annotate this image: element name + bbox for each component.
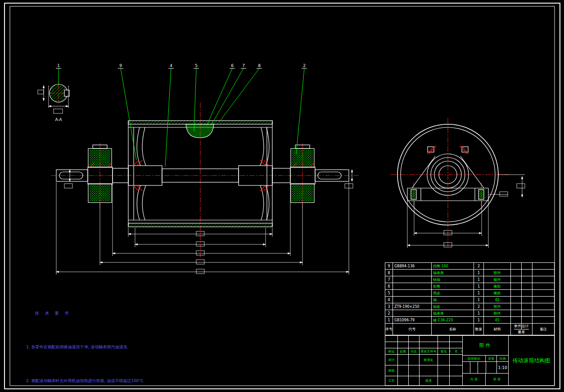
assembly-type: 部件 — [463, 336, 508, 356]
cell-material: 橡胶 — [484, 290, 511, 296]
scale-value: 1:10 — [497, 362, 508, 373]
cell-code — [393, 297, 432, 303]
header-code: 代号 — [393, 324, 432, 335]
cell-remark — [532, 270, 554, 276]
label-review: 审核 — [385, 365, 398, 376]
balloon-number: 5 — [195, 63, 198, 68]
cell-qty: 1 — [474, 290, 484, 296]
dimension-lines — [38, 86, 525, 275]
table-row: 7 销轴 1 锻件 — [385, 276, 554, 283]
cell-name: 销轴 — [432, 276, 474, 283]
cell-material: 45 — [484, 297, 511, 303]
cell-remark — [532, 317, 554, 323]
cell-weight-total — [522, 297, 532, 303]
notes-title: 技 术 要 求 — [35, 308, 233, 319]
cell-code — [393, 276, 432, 283]
cell-weight-total — [522, 270, 532, 276]
cell-weight-unit — [511, 297, 522, 303]
cell-code: GB894-136 — [393, 263, 432, 269]
cell-name: 轴承座 — [432, 310, 474, 316]
cell-material — [484, 263, 511, 269]
header-weight-total: 总计 — [522, 324, 529, 329]
cell-qty: 1 — [474, 310, 484, 316]
section-label: A-A — [55, 117, 62, 122]
role-row: 设计 标准化 — [385, 355, 462, 365]
revision-blank-row — [385, 336, 462, 342]
cell-remark — [532, 290, 554, 296]
bolt-slot-left — [411, 189, 416, 199]
table-row: 4 轴 1 45 — [385, 297, 554, 303]
sheet-total: 共 张 — [463, 374, 486, 385]
role-row: 工艺 批准 — [385, 376, 462, 385]
revision-blank-row — [385, 342, 462, 348]
header-name: 名称 — [432, 324, 474, 335]
cell-name: 挡圈 160 — [432, 263, 474, 269]
header-weight-group: 单件 总计 重量 — [511, 324, 532, 335]
technical-notes: 技 术 要 求 1. 各零件在装配前用煤油清洗干净, 滚动轴承用汽油清洗. 2.… — [26, 285, 233, 392]
cell-name: 轴 — [432, 297, 474, 303]
dimension-value-boxes — [38, 90, 525, 274]
cell-weight-total — [522, 283, 532, 289]
cell-weight-unit — [511, 310, 522, 316]
cell-name: 胶圈 — [432, 283, 474, 289]
cell-no: 7 — [385, 276, 393, 283]
cell-no: 3 — [385, 303, 393, 310]
cell-qty: 1 — [474, 283, 484, 289]
cell-remark — [532, 283, 554, 289]
cell-code — [393, 290, 432, 296]
table-row: 9 GB894-136 挡圈 160 2 — [385, 263, 554, 270]
cell-weight-unit — [511, 276, 522, 283]
header-remark: 备注 — [532, 324, 554, 335]
cell-remark — [532, 276, 554, 283]
balloon-number: 6 — [231, 63, 234, 68]
note-line: 1. 各零件在装配前用煤油清洗干净, 滚动轴承用汽油清洗. — [26, 342, 233, 353]
cell-remark — [532, 297, 554, 303]
cell-weight-unit — [511, 303, 522, 310]
label-stage: 阶段标记 — [463, 356, 486, 361]
cell-weight-total — [522, 317, 532, 323]
cell-code — [393, 270, 432, 276]
cell-remark — [532, 303, 554, 310]
role-row: 审核 — [385, 365, 462, 376]
balloon-number: 9 — [119, 63, 122, 68]
header-weight: 重量 — [518, 329, 525, 335]
cell-weight-unit — [511, 263, 522, 269]
title-block: 标记 处数 分区 更改文件号 签名 年、月、日 设计 标准化 审核 工艺 批准 — [385, 335, 555, 386]
balloon-number: 2 — [303, 63, 306, 68]
balloon-number: 1 — [57, 63, 60, 68]
label-approve: 批准 — [420, 376, 438, 385]
header-weight-unit: 单件 — [514, 324, 522, 329]
parts-list-header: 序号 代号 名称 数量 材料 单件 总计 重量 备注 — [385, 324, 554, 335]
note-line: 2. 装配滚动轴承时允许用机油加热进行热装, 油温不得超过100℃. — [26, 375, 233, 387]
lagging-plug-hatch — [186, 124, 214, 138]
cell-code — [393, 310, 432, 316]
label-scale: 比例 — [497, 356, 508, 361]
table-row: 8 轴承座 1 部件 — [385, 270, 554, 276]
balloon-number: 8 — [258, 63, 261, 68]
label-process: 工艺 — [385, 376, 398, 385]
table-row: 2 轴承座 1 部件 — [385, 310, 554, 317]
cell-code — [393, 283, 432, 289]
label-standard: 标准化 — [420, 355, 438, 365]
revision-label-row: 标记 处数 分区 更改文件号 签名 年、月、日 — [385, 348, 462, 355]
cell-material: 部件 — [484, 303, 511, 310]
cell-remark — [532, 310, 554, 316]
cell-material: 橡胶 — [484, 283, 511, 289]
label-doc-no: 更改文件号 — [420, 348, 438, 354]
header-no: 序号 — [385, 324, 393, 335]
cell-material: 45 — [484, 317, 511, 323]
label-mass: 质量 — [486, 356, 497, 361]
parts-list: 9 GB894-136 挡圈 160 2 8 轴承座 1 部件 7 销轴 1 锻… — [385, 262, 555, 335]
label-sign: 签名 — [438, 348, 450, 354]
header-material: 材料 — [484, 324, 511, 335]
cell-no: 4 — [385, 297, 393, 303]
label-date: 年、月、日 — [450, 348, 462, 354]
cell-weight-unit — [511, 290, 522, 296]
cell-name: 筒皮 — [432, 290, 474, 296]
cell-material: 部件 — [484, 310, 511, 316]
cell-no: 5 — [385, 290, 393, 296]
cell-weight-total — [522, 303, 532, 310]
mass-value — [486, 362, 497, 373]
title-block-revision-area: 标记 处数 分区 更改文件号 签名 年、月、日 设计 标准化 审核 工艺 批准 — [385, 336, 463, 385]
cell-name: 键 C36-220 — [432, 317, 474, 323]
